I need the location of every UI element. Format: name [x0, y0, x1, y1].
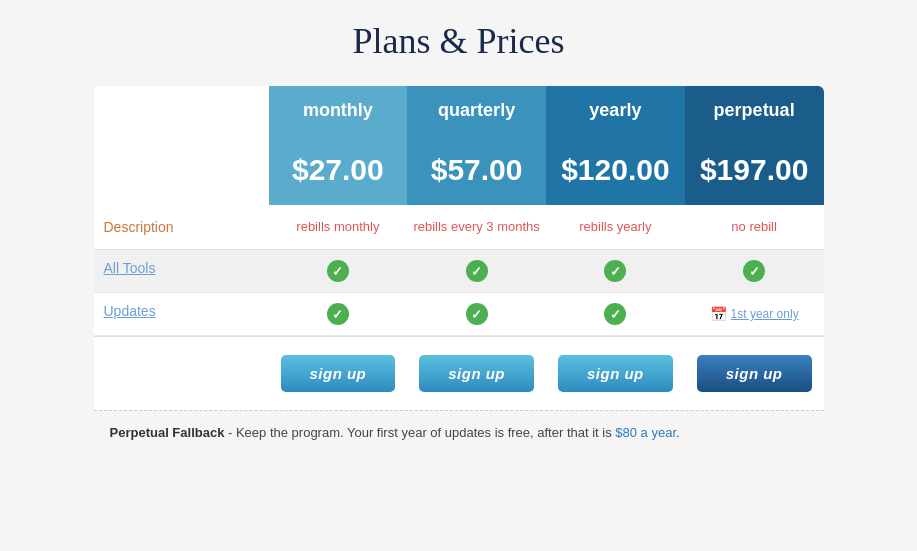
feature-cell-tools-perpetual: ✓	[685, 250, 824, 292]
signup-empty-cell	[94, 351, 269, 396]
check-icon-updates-monthly: ✓	[327, 303, 349, 325]
page-title: Plans & Prices	[353, 20, 565, 62]
all-tools-link[interactable]: All Tools	[104, 260, 156, 276]
feature-cell-updates-monthly: ✓	[269, 293, 408, 335]
footer-note: Perpetual Fallback - Keep the program. Y…	[94, 410, 824, 454]
desc-yearly: rebills yearly	[546, 213, 685, 241]
updates-perpetual-note: 📅 1st year only	[710, 306, 799, 322]
signup-row: sign up sign up sign up sign up	[94, 336, 824, 410]
feature-cell-tools-monthly: ✓	[269, 250, 408, 292]
price-empty-cell	[94, 135, 269, 205]
signup-cell-monthly: sign up	[269, 351, 408, 396]
column-headers: monthly quarterly yearly perpetual	[94, 86, 824, 135]
signup-cell-yearly: sign up	[546, 351, 685, 396]
footer-end: .	[676, 425, 680, 440]
check-icon-tools-perpetual: ✓	[743, 260, 765, 282]
calendar-icon: 📅	[710, 306, 727, 322]
feature-cell-updates-quarterly: ✓	[407, 293, 546, 335]
pricing-table: monthly quarterly yearly perpetual $27.0…	[94, 86, 824, 410]
check-icon-tools-yearly: ✓	[604, 260, 626, 282]
price-quarterly: $57.00	[407, 135, 546, 205]
feature-cell-tools-yearly: ✓	[546, 250, 685, 292]
footer-highlight: $80 a year	[615, 425, 676, 440]
price-monthly: $27.00	[269, 135, 408, 205]
updates-link[interactable]: Updates	[104, 303, 156, 319]
feature-cell-updates-yearly: ✓	[546, 293, 685, 335]
price-yearly: $120.00	[546, 135, 685, 205]
feature-label-updates: Updates	[94, 293, 269, 335]
check-icon-updates-yearly: ✓	[604, 303, 626, 325]
check-icon-tools-quarterly: ✓	[466, 260, 488, 282]
signup-cell-quarterly: sign up	[407, 351, 546, 396]
signup-button-yearly[interactable]: sign up	[558, 355, 673, 392]
desc-perpetual: no rebill	[685, 213, 824, 241]
signup-button-quarterly[interactable]: sign up	[419, 355, 534, 392]
header-monthly: monthly	[269, 86, 408, 135]
header-quarterly: quarterly	[407, 86, 546, 135]
signup-button-perpetual[interactable]: sign up	[697, 355, 812, 392]
feature-row-updates: Updates ✓ ✓ ✓ 📅 1st year only	[94, 293, 824, 336]
description-label: Description	[94, 213, 269, 241]
description-row: Description rebills monthly rebills ever…	[94, 205, 824, 250]
header-perpetual: perpetual	[685, 86, 824, 135]
price-row: $27.00 $57.00 $120.00 $197.00	[94, 135, 824, 205]
feature-cell-updates-perpetual: 📅 1st year only	[685, 293, 824, 335]
footer-text: - Keep the program. Your first year of u…	[224, 425, 615, 440]
desc-monthly: rebills monthly	[269, 213, 408, 241]
feature-row-all-tools: All Tools ✓ ✓ ✓ ✓	[94, 250, 824, 293]
header-empty-cell	[94, 86, 269, 135]
feature-cell-tools-quarterly: ✓	[407, 250, 546, 292]
signup-button-monthly[interactable]: sign up	[281, 355, 396, 392]
check-icon-tools-monthly: ✓	[327, 260, 349, 282]
header-yearly: yearly	[546, 86, 685, 135]
price-perpetual: $197.00	[685, 135, 824, 205]
footer-bold: Perpetual Fallback	[110, 425, 225, 440]
first-year-link[interactable]: 1st year only	[731, 307, 799, 321]
feature-label-all-tools: All Tools	[94, 250, 269, 292]
signup-cell-perpetual: sign up	[685, 351, 824, 396]
desc-quarterly: rebills every 3 months	[407, 213, 546, 241]
check-icon-updates-quarterly: ✓	[466, 303, 488, 325]
